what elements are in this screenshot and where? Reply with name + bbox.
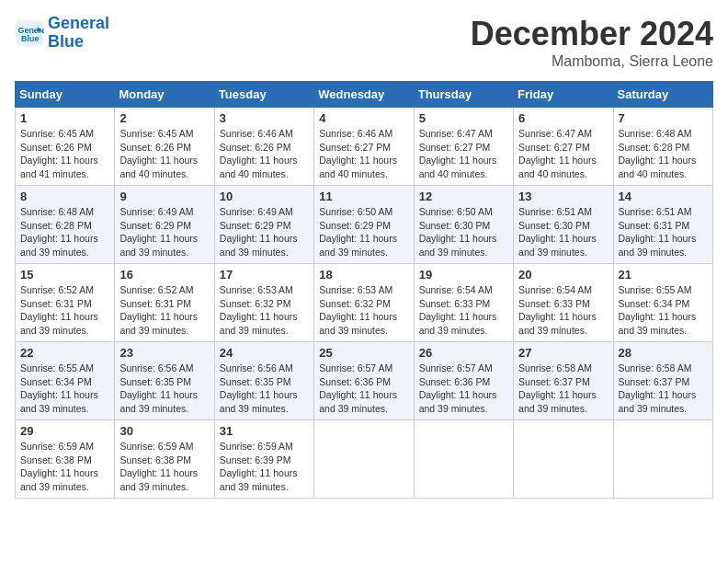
day-info: Sunrise: 6:54 AM Sunset: 6:33 PM Dayligh…	[518, 283, 608, 338]
day-cell-19: 19 Sunrise: 6:54 AM Sunset: 6:33 PM Dayl…	[414, 264, 513, 342]
day-info: Sunrise: 6:59 AM Sunset: 6:38 PM Dayligh…	[20, 440, 109, 494]
day-number: 24	[220, 346, 309, 360]
day-number: 13	[518, 190, 608, 203]
day-number: 7	[619, 111, 708, 125]
day-cell-12: 12 Sunrise: 6:50 AM Sunset: 6:30 PM Dayl…	[414, 186, 513, 264]
empty-cell	[514, 420, 613, 499]
calendar-table: SundayMondayTuesdayWednesdayThursdayFrid…	[15, 81, 713, 499]
day-number: 11	[319, 190, 408, 203]
day-cell-10: 10 Sunrise: 6:49 AM Sunset: 6:29 PM Dayl…	[214, 186, 313, 264]
day-info: Sunrise: 6:45 AM Sunset: 6:26 PM Dayligh…	[20, 127, 109, 181]
day-cell-9: 9 Sunrise: 6:49 AM Sunset: 6:29 PM Dayli…	[115, 186, 214, 264]
day-number: 29	[20, 424, 109, 438]
day-cell-30: 30 Sunrise: 6:59 AM Sunset: 6:38 PM Dayl…	[115, 420, 214, 499]
day-info: Sunrise: 6:48 AM Sunset: 6:28 PM Dayligh…	[619, 127, 708, 181]
day-info: Sunrise: 6:51 AM Sunset: 6:30 PM Dayligh…	[518, 205, 608, 259]
col-header-sunday: Sunday	[16, 82, 115, 108]
day-info: Sunrise: 6:46 AM Sunset: 6:27 PM Dayligh…	[319, 127, 408, 181]
week-row-1: 1 Sunrise: 6:45 AM Sunset: 6:26 PM Dayli…	[16, 108, 713, 186]
day-cell-20: 20 Sunrise: 6:54 AM Sunset: 6:33 PM Dayl…	[514, 264, 613, 342]
week-row-3: 15 Sunrise: 6:52 AM Sunset: 6:31 PM Dayl…	[16, 264, 713, 342]
day-cell-15: 15 Sunrise: 6:52 AM Sunset: 6:31 PM Dayl…	[16, 264, 115, 342]
col-header-friday: Friday	[514, 82, 613, 108]
day-number: 10	[220, 190, 309, 203]
day-cell-25: 25 Sunrise: 6:57 AM Sunset: 6:36 PM Dayl…	[314, 342, 414, 420]
day-number: 30	[119, 424, 209, 438]
day-cell-2: 2 Sunrise: 6:45 AM Sunset: 6:26 PM Dayli…	[115, 108, 214, 186]
title-block: December 2024 Mamboma, Sierra Leone	[471, 15, 713, 70]
day-cell-16: 16 Sunrise: 6:52 AM Sunset: 6:31 PM Dayl…	[115, 264, 214, 342]
day-number: 15	[20, 268, 109, 282]
day-cell-8: 8 Sunrise: 6:48 AM Sunset: 6:28 PM Dayli…	[16, 186, 115, 264]
day-info: Sunrise: 6:49 AM Sunset: 6:29 PM Dayligh…	[220, 205, 309, 259]
day-number: 1	[20, 111, 109, 125]
day-number: 17	[220, 268, 309, 282]
day-number: 5	[419, 111, 508, 125]
day-number: 18	[319, 268, 408, 282]
day-cell-23: 23 Sunrise: 6:56 AM Sunset: 6:35 PM Dayl…	[115, 342, 214, 420]
day-info: Sunrise: 6:51 AM Sunset: 6:31 PM Dayligh…	[619, 205, 708, 259]
day-info: Sunrise: 6:58 AM Sunset: 6:37 PM Dayligh…	[518, 362, 608, 416]
day-info: Sunrise: 6:49 AM Sunset: 6:29 PM Dayligh…	[119, 205, 209, 259]
day-cell-11: 11 Sunrise: 6:50 AM Sunset: 6:29 PM Dayl…	[314, 186, 414, 264]
logo-text-line2: Blue	[48, 33, 109, 52]
day-number: 26	[419, 346, 508, 360]
empty-cell	[414, 420, 513, 499]
col-header-wednesday: Wednesday	[314, 82, 414, 108]
day-cell-28: 28 Sunrise: 6:58 AM Sunset: 6:37 PM Dayl…	[613, 342, 712, 420]
day-info: Sunrise: 6:59 AM Sunset: 6:39 PM Dayligh…	[220, 440, 309, 494]
logo: General Blue General Blue	[15, 15, 109, 52]
week-row-5: 29 Sunrise: 6:59 AM Sunset: 6:38 PM Dayl…	[16, 420, 713, 499]
day-cell-17: 17 Sunrise: 6:53 AM Sunset: 6:32 PM Dayl…	[214, 264, 313, 342]
page-header: General Blue General Blue December 2024 …	[15, 15, 713, 70]
col-header-tuesday: Tuesday	[214, 82, 313, 108]
day-info: Sunrise: 6:47 AM Sunset: 6:27 PM Dayligh…	[419, 127, 508, 181]
day-number: 4	[319, 111, 408, 125]
day-number: 20	[518, 268, 608, 282]
day-number: 8	[20, 190, 109, 203]
day-cell-5: 5 Sunrise: 6:47 AM Sunset: 6:27 PM Dayli…	[414, 108, 513, 186]
day-info: Sunrise: 6:57 AM Sunset: 6:36 PM Dayligh…	[319, 362, 408, 416]
day-info: Sunrise: 6:54 AM Sunset: 6:33 PM Dayligh…	[419, 283, 508, 338]
day-cell-7: 7 Sunrise: 6:48 AM Sunset: 6:28 PM Dayli…	[613, 108, 712, 186]
day-info: Sunrise: 6:50 AM Sunset: 6:30 PM Dayligh…	[419, 205, 508, 259]
logo-text-line1: General	[48, 15, 109, 33]
day-number: 3	[220, 111, 309, 125]
day-number: 6	[518, 111, 608, 125]
day-cell-14: 14 Sunrise: 6:51 AM Sunset: 6:31 PM Dayl…	[613, 186, 712, 264]
day-info: Sunrise: 6:45 AM Sunset: 6:26 PM Dayligh…	[119, 127, 209, 181]
day-cell-24: 24 Sunrise: 6:56 AM Sunset: 6:35 PM Dayl…	[214, 342, 313, 420]
day-info: Sunrise: 6:50 AM Sunset: 6:29 PM Dayligh…	[319, 205, 408, 259]
day-number: 2	[119, 111, 209, 125]
day-number: 23	[119, 346, 209, 360]
day-number: 9	[119, 190, 209, 203]
day-info: Sunrise: 6:48 AM Sunset: 6:28 PM Dayligh…	[20, 205, 109, 259]
day-info: Sunrise: 6:55 AM Sunset: 6:34 PM Dayligh…	[619, 283, 708, 338]
week-row-2: 8 Sunrise: 6:48 AM Sunset: 6:28 PM Dayli…	[16, 186, 713, 264]
calendar-header-row: SundayMondayTuesdayWednesdayThursdayFrid…	[16, 82, 713, 108]
day-cell-1: 1 Sunrise: 6:45 AM Sunset: 6:26 PM Dayli…	[16, 108, 115, 186]
empty-cell	[613, 420, 712, 499]
day-number: 16	[119, 268, 209, 282]
day-cell-3: 3 Sunrise: 6:46 AM Sunset: 6:26 PM Dayli…	[214, 108, 313, 186]
day-number: 14	[619, 190, 708, 203]
day-info: Sunrise: 6:58 AM Sunset: 6:37 PM Dayligh…	[619, 362, 708, 416]
day-info: Sunrise: 6:47 AM Sunset: 6:27 PM Dayligh…	[518, 127, 608, 181]
col-header-thursday: Thursday	[414, 82, 513, 108]
day-info: Sunrise: 6:52 AM Sunset: 6:31 PM Dayligh…	[119, 283, 209, 338]
location: Mamboma, Sierra Leone	[471, 53, 713, 70]
day-number: 19	[419, 268, 508, 282]
day-cell-31: 31 Sunrise: 6:59 AM Sunset: 6:39 PM Dayl…	[214, 420, 313, 499]
day-number: 21	[619, 268, 708, 282]
empty-cell	[314, 420, 414, 499]
day-info: Sunrise: 6:59 AM Sunset: 6:38 PM Dayligh…	[119, 440, 209, 494]
logo-icon: General Blue	[15, 18, 44, 48]
day-info: Sunrise: 6:53 AM Sunset: 6:32 PM Dayligh…	[319, 283, 408, 338]
day-info: Sunrise: 6:55 AM Sunset: 6:34 PM Dayligh…	[20, 362, 109, 416]
col-header-saturday: Saturday	[613, 82, 712, 108]
svg-text:Blue: Blue	[21, 34, 39, 43]
day-cell-18: 18 Sunrise: 6:53 AM Sunset: 6:32 PM Dayl…	[314, 264, 414, 342]
day-cell-21: 21 Sunrise: 6:55 AM Sunset: 6:34 PM Dayl…	[613, 264, 712, 342]
col-header-monday: Monday	[115, 82, 214, 108]
day-cell-27: 27 Sunrise: 6:58 AM Sunset: 6:37 PM Dayl…	[514, 342, 613, 420]
